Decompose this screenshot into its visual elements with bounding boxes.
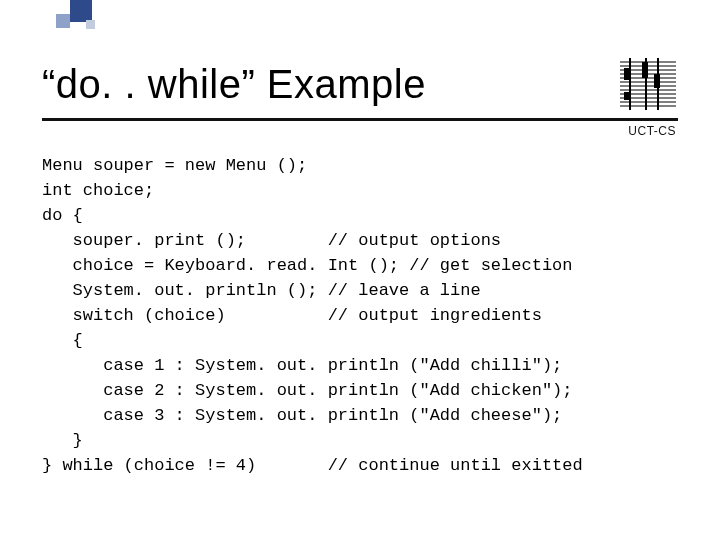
slide: “do. . while” Example (0, 0, 720, 540)
deco-square-small (86, 20, 95, 29)
code-line: { (42, 331, 83, 350)
code-line: } (42, 431, 83, 450)
svg-rect-19 (624, 92, 630, 100)
circuit-logo-icon (620, 58, 676, 110)
corner-squares-decoration (36, 0, 116, 36)
slide-title: “do. . while” Example (42, 62, 678, 107)
deco-square-medium (56, 14, 70, 28)
code-block: Menu souper = new Menu (); int choice; d… (42, 154, 678, 479)
svg-rect-18 (654, 74, 660, 88)
code-line: choice = Keyboard. read. Int (); // get … (42, 256, 573, 275)
subtitle-uct: UCT-CS (628, 124, 676, 138)
code-line: } while (choice != 4) // continue until … (42, 456, 583, 475)
code-line: case 1 : System. out. println ("Add chil… (42, 356, 562, 375)
svg-rect-17 (642, 62, 648, 78)
svg-rect-16 (624, 68, 630, 80)
code-line: System. out. println (); // leave a line (42, 281, 481, 300)
code-line: souper. print (); // output options (42, 231, 501, 250)
title-row: “do. . while” Example (42, 62, 678, 107)
code-line: do { (42, 206, 83, 225)
circuit-svg (620, 58, 676, 110)
code-line: case 3 : System. out. println ("Add chee… (42, 406, 562, 425)
code-line: switch (choice) // output ingredients (42, 306, 542, 325)
code-line: int choice; (42, 181, 154, 200)
code-line: case 2 : System. out. println ("Add chic… (42, 381, 573, 400)
title-underline (42, 118, 678, 121)
deco-square-large (70, 0, 92, 22)
code-line: Menu souper = new Menu (); (42, 156, 307, 175)
